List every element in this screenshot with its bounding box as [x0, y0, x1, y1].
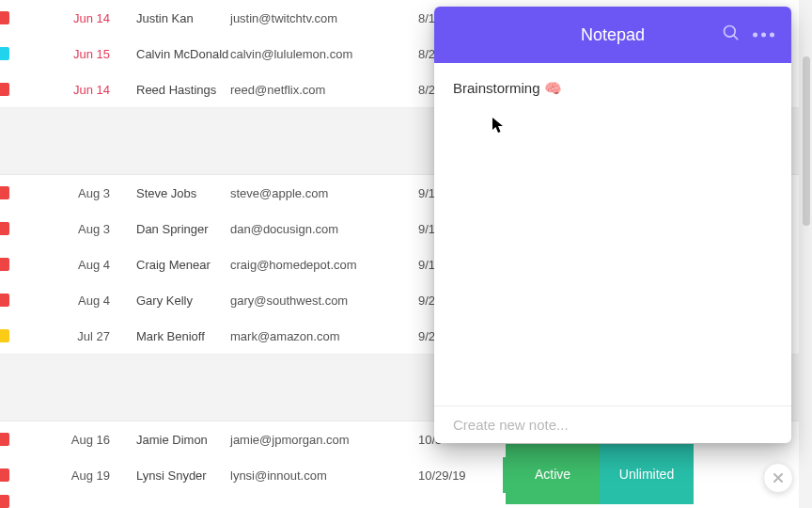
cell-email: mark@amazon.com [230, 329, 418, 343]
cell-date-start: Aug 19 [0, 468, 136, 483]
cell-name: Mark Benioff [136, 329, 230, 343]
flag-icon [0, 186, 9, 199]
notepad-header: Notepad [434, 7, 791, 63]
flag-icon [0, 11, 9, 24]
cell-email: jamie@jpmorgan.com [230, 433, 418, 447]
close-button[interactable] [763, 463, 793, 493]
cell-email: craig@homedepot.com [230, 258, 418, 272]
create-note-input[interactable] [453, 417, 773, 433]
cell-email: lynsi@innout.com [230, 468, 418, 483]
status-badge-active[interactable]: Active [506, 444, 600, 504]
flag-icon [0, 47, 9, 60]
cell-email: justin@twitchtv.com [230, 11, 418, 25]
cell-name: Justin Kan [136, 11, 230, 25]
cell-date-start: Jun 15 [0, 47, 136, 61]
cell-date-start: Aug 4 [0, 258, 136, 272]
cell-date-start: Jun 14 [0, 83, 136, 97]
flag-icon [0, 468, 9, 482]
cell-date-start: Jun 14 [0, 11, 136, 25]
notepad-body[interactable]: Brainstorming 🧠 [434, 63, 791, 405]
cell-email: steve@apple.com [230, 186, 418, 200]
more-icon[interactable] [753, 33, 774, 38]
cell-name: Gary Kelly [136, 294, 230, 308]
flag-icon [0, 222, 9, 235]
cell-date-start: Aug 3 [0, 222, 136, 236]
note-item[interactable]: Brainstorming 🧠 [453, 80, 773, 97]
flag-icon [0, 495, 9, 508]
cell-name: Jamie Dimon [136, 433, 230, 447]
svg-line-1 [734, 36, 738, 40]
search-icon[interactable] [722, 24, 741, 46]
cell-email: calvin@lululemon.com [230, 47, 418, 61]
cell-email: dan@docusign.com [230, 222, 418, 236]
flag-icon [0, 258, 9, 271]
flag-icon [0, 294, 9, 307]
cell-name: Craig Menear [136, 258, 230, 272]
cell-email: gary@southwest.com [230, 294, 418, 308]
status-pills: Active Unlimited [506, 444, 694, 504]
cell-date-start: Jul 27 [0, 329, 136, 343]
cell-date-start: Aug 4 [0, 294, 136, 308]
flag-icon [0, 83, 9, 96]
plan-badge-unlimited[interactable]: Unlimited [600, 444, 694, 504]
cell-date-end: 10/29/19 [418, 468, 503, 483]
cell-name: Dan Springer [136, 222, 230, 236]
cell-email: reed@netflix.com [230, 83, 418, 97]
cell-name: Calvin McDonald [136, 47, 230, 61]
cell-name: Lynsi Snyder [136, 468, 230, 483]
scrollbar-thumb[interactable] [803, 56, 810, 226]
notepad-panel: Notepad Brainstorming 🧠 [434, 7, 791, 443]
scrollbar[interactable] [799, 0, 812, 508]
cell-name: Steve Jobs [136, 186, 230, 200]
flag-icon [0, 329, 9, 342]
cell-date-start: Aug 16 [0, 433, 136, 447]
flag-icon [0, 433, 9, 446]
cell-date-start: Aug 3 [0, 186, 136, 200]
cell-name: Reed Hastings [136, 83, 230, 97]
notepad-footer [434, 405, 791, 443]
notepad-title: Notepad [581, 25, 645, 45]
